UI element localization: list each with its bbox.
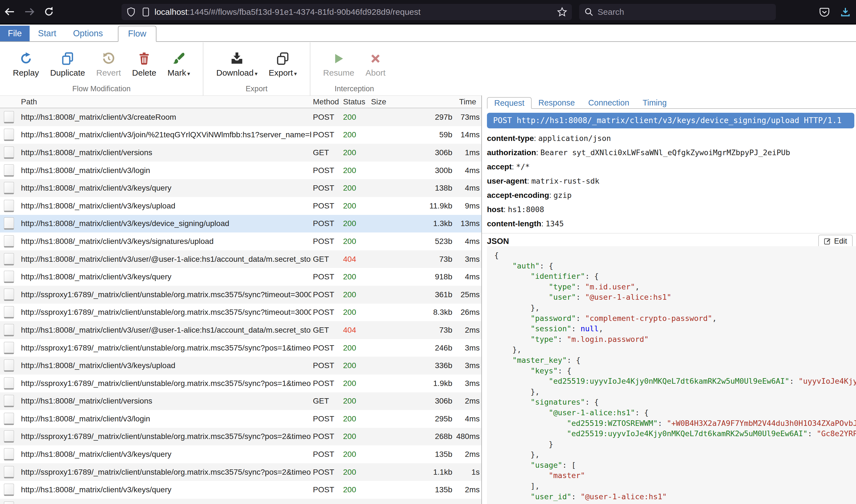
status-badge: 200 bbox=[341, 432, 369, 441]
tab-response[interactable]: Response bbox=[532, 97, 582, 108]
flow-row[interactable]: http://hs1:8008/_matrix/client/v3/loginP… bbox=[0, 162, 481, 179]
delete-button[interactable]: Delete bbox=[126, 46, 162, 81]
flow-row[interactable]: http://hs1:8008/_matrix/client/v3/keys/s… bbox=[0, 232, 481, 250]
flow-row[interactable]: http://hs1:8008/_matrix/client/v3/user/@… bbox=[0, 321, 481, 339]
header-line: authorization: Bearer syt_dXNlci0xLWFsaW… bbox=[487, 145, 856, 160]
edit-button[interactable]: Edit bbox=[818, 235, 853, 248]
flow-row[interactable]: http://hs1:8008/_matrix/client/v3/loginP… bbox=[0, 410, 481, 428]
flow-rows: http://hs1:8008/_matrix/client/v3/create… bbox=[0, 108, 481, 504]
back-arrow-icon bbox=[4, 6, 15, 17]
flow-row[interactable]: http://ssproxy1:6789/_matrix/client/unst… bbox=[0, 428, 481, 446]
search-bar[interactable]: Search bbox=[579, 4, 776, 20]
dropdown-caret: ▾ bbox=[294, 71, 297, 77]
column-header-status[interactable]: Status bbox=[341, 97, 369, 106]
shield-icon[interactable] bbox=[126, 7, 136, 17]
flow-doc-icon bbox=[0, 182, 18, 194]
flow-row[interactable]: http://hs1:8008/_matrix/client/v3/keys/u… bbox=[0, 197, 481, 215]
download-button[interactable]: Download▾ bbox=[211, 46, 263, 81]
search-input[interactable]: Search bbox=[598, 7, 624, 17]
flow-row[interactable]: http://hs1:8008/_matrix/client/v3/create… bbox=[0, 108, 481, 126]
tab-flow[interactable]: Flow bbox=[118, 26, 156, 42]
url-path: :1445/#/flows/fba5f13d-91e1-4374-81fd-90… bbox=[187, 7, 421, 16]
flow-row[interactable]: http://hs1:8008/_matrix/client/v3/keys/q… bbox=[0, 481, 481, 499]
flow-row[interactable] bbox=[0, 499, 481, 504]
tab-request[interactable]: Request bbox=[487, 97, 532, 109]
status-badge: 404 bbox=[341, 326, 369, 335]
tab-timing[interactable]: Timing bbox=[636, 97, 673, 108]
abort-button[interactable]: Abort bbox=[360, 46, 391, 81]
duplicate-button[interactable]: Duplicate bbox=[45, 46, 90, 81]
flow-toolbar: Replay Duplicate Revert Delete Mark▾ Flo… bbox=[0, 42, 856, 95]
flow-doc-icon bbox=[0, 342, 18, 354]
reload-button[interactable] bbox=[39, 3, 59, 21]
bookmark-star-icon[interactable] bbox=[557, 7, 567, 17]
flow-row[interactable]: http://hs1:8008/_matrix/client/v3/keys/q… bbox=[0, 268, 481, 286]
dropdown-caret: ▾ bbox=[187, 71, 190, 77]
back-button[interactable] bbox=[0, 3, 20, 21]
header-line: user-agent: matrix-rust-sdk bbox=[487, 174, 856, 188]
column-header-method[interactable]: Method bbox=[311, 97, 341, 106]
delete-icon bbox=[138, 52, 150, 65]
flow-row[interactable]: http://hs1:8008/_matrix/client/v3/join/%… bbox=[0, 126, 481, 144]
status-badge: 200 bbox=[341, 237, 369, 246]
revert-button[interactable]: Revert bbox=[90, 46, 126, 81]
flow-row[interactable]: http://hs1:8008/_matrix/client/v3/keys/u… bbox=[0, 357, 481, 375]
status-badge: 200 bbox=[341, 184, 369, 193]
status-badge: 200 bbox=[341, 485, 369, 494]
flow-doc-icon bbox=[0, 217, 18, 230]
flow-row[interactable]: http://hs1:8008/_matrix/client/versionsG… bbox=[0, 144, 481, 162]
flow-detail-pane: RequestResponseConnectionTiming POST htt… bbox=[482, 95, 856, 504]
status-badge: 200 bbox=[341, 201, 369, 211]
downloads-icon[interactable] bbox=[840, 7, 851, 18]
flow-row[interactable]: http://ssproxy1:6789/_matrix/client/unst… bbox=[0, 463, 481, 481]
status-badge: 200 bbox=[341, 113, 369, 122]
detail-tabs: RequestResponseConnectionTiming bbox=[487, 97, 856, 109]
request-headers: content-type: application/jsonauthorizat… bbox=[487, 131, 856, 231]
flow-row[interactable]: http://hs1:8008/_matrix/client/v3/user/@… bbox=[0, 250, 481, 268]
menu-options[interactable]: Options bbox=[65, 26, 111, 41]
pocket-icon[interactable] bbox=[819, 7, 830, 18]
dropdown-caret: ▾ bbox=[255, 71, 258, 77]
column-header-size[interactable]: Size bbox=[369, 97, 454, 106]
flow-doc-icon bbox=[0, 146, 18, 159]
flow-doc-icon bbox=[0, 235, 18, 248]
url-input[interactable]: localhost:1445/#/flows/fba5f13d-91e1-437… bbox=[154, 7, 557, 17]
edit-pencil-icon bbox=[824, 237, 831, 245]
duplicate-icon bbox=[61, 52, 74, 65]
group-caption: Export bbox=[203, 85, 310, 93]
status-badge: 200 bbox=[341, 397, 369, 406]
replay-button[interactable]: Replay bbox=[7, 46, 45, 81]
url-bar[interactable]: localhost:1445/#/flows/fba5f13d-91e1-437… bbox=[121, 4, 572, 20]
column-header-time[interactable]: Time bbox=[454, 97, 481, 106]
flow-row[interactable]: http://hs1:8008/_matrix/client/v3/keys/q… bbox=[0, 179, 481, 197]
forward-button[interactable] bbox=[20, 3, 39, 21]
flow-doc-icon bbox=[0, 324, 18, 336]
tab-connection[interactable]: Connection bbox=[582, 97, 636, 108]
resume-button[interactable]: Resume bbox=[318, 46, 360, 81]
group-flow-modification: Replay Duplicate Revert Delete Mark▾ Flo… bbox=[0, 42, 203, 95]
forward-arrow-icon bbox=[24, 6, 35, 17]
group-export: Download▾ Export▾ Export bbox=[203, 42, 310, 95]
flow-row[interactable]: http://hs1:8008/_matrix/client/versionsG… bbox=[0, 392, 481, 410]
flow-row[interactable]: http://ssproxy1:6789/_matrix/client/unst… bbox=[0, 339, 481, 357]
flow-row[interactable]: http://ssproxy1:6789/_matrix/client/unst… bbox=[0, 375, 481, 392]
abort-x-icon bbox=[370, 52, 381, 65]
column-header-path[interactable]: Path bbox=[0, 97, 311, 106]
status-badge: 200 bbox=[341, 290, 369, 299]
mark-button[interactable]: Mark▾ bbox=[162, 46, 196, 81]
menu-file[interactable]: File bbox=[0, 26, 30, 41]
page-info-icon[interactable] bbox=[141, 7, 151, 17]
flow-row[interactable]: http://hs1:8008/_matrix/client/v3/keys/q… bbox=[0, 445, 481, 463]
request-line: POST http://hs1:8008/_matrix/client/v3/k… bbox=[487, 113, 854, 128]
flow-doc-icon bbox=[0, 289, 18, 301]
status-badge: 200 bbox=[341, 130, 369, 139]
flow-doc-icon bbox=[0, 271, 18, 283]
export-button[interactable]: Export▾ bbox=[263, 46, 303, 81]
body-format-label: JSON bbox=[487, 237, 509, 246]
flow-row[interactable]: http://ssproxy1:6789/_matrix/client/unst… bbox=[0, 304, 481, 322]
flow-row[interactable]: http://hs1:8008/_matrix/client/v3/keys/d… bbox=[0, 215, 481, 233]
menu-start[interactable]: Start bbox=[30, 26, 65, 41]
flow-doc-icon bbox=[0, 253, 18, 265]
flow-doc-icon bbox=[0, 359, 18, 372]
flow-row[interactable]: http://ssproxy1:6789/_matrix/client/unst… bbox=[0, 286, 481, 304]
